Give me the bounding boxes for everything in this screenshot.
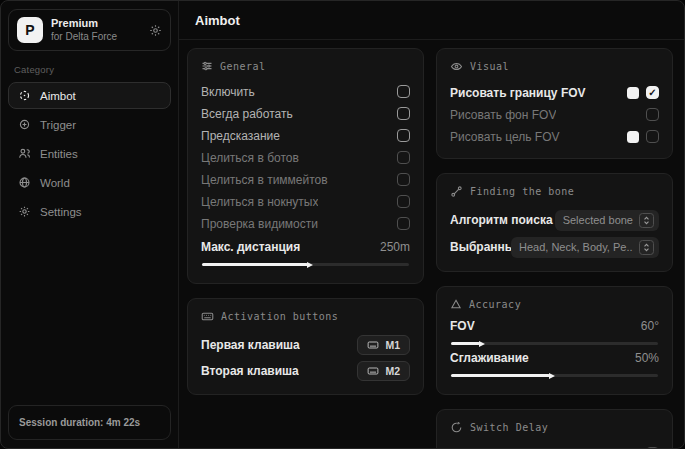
slider-fill — [202, 263, 308, 266]
checkbox[interactable] — [646, 130, 659, 143]
max-distance-slider[interactable] — [202, 263, 409, 266]
app-window: P Premium for Delta Force Category — [0, 0, 685, 449]
sidebar-item-label: Trigger — [40, 119, 76, 131]
keyboard-icon — [367, 365, 379, 377]
toggle-label: Проверка видимости — [201, 217, 318, 231]
checkbox[interactable] — [397, 85, 410, 98]
toggle-row: Целиться в тиммейтов — [201, 169, 410, 190]
max-distance-control: Макс. дистанция 250m — [201, 240, 410, 266]
triangle-icon — [450, 298, 462, 310]
checkbox[interactable] — [397, 173, 410, 186]
color-swatch[interactable] — [627, 131, 639, 143]
toggle-row: Задержка переключения — [450, 443, 659, 448]
slider-fill — [451, 342, 480, 345]
accuracy-card: Accuracy FOV 60° Сглаживание — [436, 286, 673, 395]
checkbox-checked[interactable]: ✓ — [646, 86, 659, 99]
sidebar-item-label: Aimbot — [40, 90, 76, 102]
keybind-label: Первая клавиша — [201, 338, 300, 352]
bone-label: Выбранные кос — [450, 240, 511, 254]
keybind-key: M1 — [385, 339, 400, 351]
sidebar-nav: Aimbot Trigger — [8, 82, 171, 225]
sidebar-item-world[interactable]: World — [8, 169, 171, 196]
slider-label: Сглаживание — [450, 351, 529, 365]
sidebar-item-label: World — [40, 177, 70, 189]
section-title: Activation buttons — [221, 311, 338, 322]
gear-icon[interactable] — [149, 24, 162, 37]
visual-row: Рисовать цель FOV — [450, 126, 659, 147]
sidebar-item-trigger[interactable]: Trigger — [8, 111, 171, 138]
keybind-label: Вторая клавиша — [201, 364, 299, 378]
dropdown-value: Head, Neck, Body, Pe... — [519, 241, 633, 253]
sidebar: P Premium for Delta Force Category — [1, 1, 179, 448]
selected-bones-dropdown[interactable]: Head, Neck, Body, Pe... — [511, 237, 659, 258]
checkbox[interactable] — [397, 129, 410, 142]
checkbox[interactable] — [646, 447, 659, 448]
bone-icon — [450, 185, 463, 198]
color-swatch[interactable] — [627, 87, 639, 99]
keybind-row: Первая клавиша M1 — [201, 332, 410, 357]
crosshair-icon — [18, 89, 31, 102]
toggle-row: Целиться в ботов — [201, 147, 410, 168]
toggle-label: Целиться в тиммейтов — [201, 173, 328, 187]
smoothing-slider[interactable] — [451, 374, 658, 377]
bone-algorithm-dropdown[interactable]: Selected bone — [555, 210, 659, 231]
keybind-button-m1[interactable]: M1 — [357, 335, 410, 355]
checkbox[interactable] — [646, 108, 659, 121]
visual-label: Рисовать границу FOV — [450, 86, 586, 100]
visual-row: Рисовать границу FOV ✓ — [450, 82, 659, 103]
section-title: Switch Delay — [470, 422, 548, 433]
accuracy-header: Accuracy — [450, 298, 659, 310]
slider-fill — [451, 374, 550, 377]
switch-delay-card: Switch Delay Задержка переключения Задер… — [436, 409, 673, 448]
brand-title: Premium — [51, 17, 141, 31]
visual-card: Visual Рисовать границу FOV ✓ Рисовать ф… — [436, 48, 673, 159]
dropdown-value: Selected bone — [563, 214, 633, 226]
keybind-button-m2[interactable]: M2 — [357, 361, 410, 381]
section-title: Visual — [470, 61, 509, 72]
toggle-label: Всегда работать — [201, 107, 293, 121]
keyboard-icon — [367, 339, 379, 351]
globe-icon — [18, 176, 31, 189]
sidebar-item-settings[interactable]: Settings — [8, 198, 171, 225]
toggle-label: Предсказание — [201, 129, 280, 143]
content: General Включить Всегда работать Предска… — [179, 40, 684, 448]
toggle-row: Включить — [201, 81, 410, 102]
slider-label: FOV — [450, 319, 475, 333]
session-duration: Session duration: 4m 22s — [8, 405, 171, 440]
sidebar-item-aimbot[interactable]: Aimbot — [8, 82, 171, 109]
checkbox[interactable] — [397, 217, 410, 230]
bone-header: Finding the bone — [450, 185, 659, 198]
visual-label: Рисовать цель FOV — [450, 130, 560, 144]
checkbox[interactable] — [397, 151, 410, 164]
brand-text: Premium for Delta Force — [51, 17, 141, 43]
section-title: Finding the bone — [470, 186, 574, 197]
visual-row: Рисовать фон FOV — [450, 104, 659, 125]
sidebar-item-label: Entities — [40, 148, 78, 160]
general-card: General Включить Всегда работать Предска… — [187, 48, 424, 284]
checkbox[interactable] — [397, 107, 410, 120]
left-column: General Включить Всегда работать Предска… — [187, 48, 424, 440]
checkbox[interactable] — [397, 195, 410, 208]
refresh-icon — [450, 421, 463, 434]
fov-slider[interactable] — [451, 342, 658, 345]
sidebar-item-entities[interactable]: Entities — [8, 140, 171, 167]
toggle-row: Предсказание — [201, 125, 410, 146]
slider-value: 60° — [641, 319, 659, 333]
toggle-row: Проверка видимости — [201, 213, 410, 234]
toggle-label: Целиться в нокнутых — [201, 195, 318, 209]
page-title: Aimbot — [195, 13, 668, 28]
brand-card: P Premium for Delta Force — [8, 9, 171, 51]
tune-icon — [201, 60, 213, 72]
main-area: Aimbot G — [179, 1, 684, 448]
selector-icon — [639, 240, 654, 255]
section-title: General — [220, 61, 266, 72]
people-icon — [18, 147, 31, 160]
keybind-key: M2 — [385, 365, 400, 377]
settings-gear-icon — [18, 205, 31, 218]
keybind-row: Вторая клавиша M2 — [201, 358, 410, 383]
activation-card: Activation buttons Первая клавиша M1 — [187, 298, 424, 395]
bone-label: Алгоритм поиска кост — [450, 213, 555, 227]
sidebar-item-label: Settings — [40, 206, 82, 218]
toggle-row: Целиться в нокнутых — [201, 191, 410, 212]
bone-card: Finding the bone Алгоритм поиска кост Se… — [436, 173, 673, 272]
